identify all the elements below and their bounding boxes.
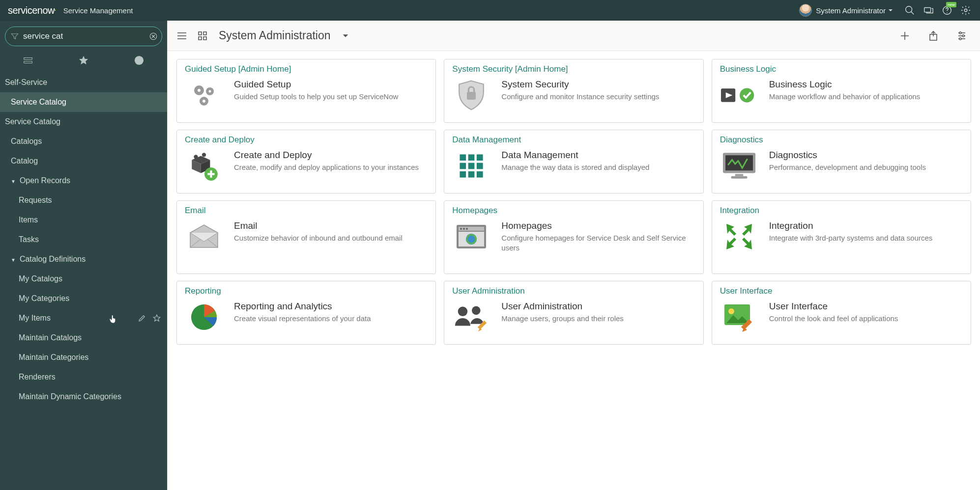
nav-item[interactable]: Catalog Definitions [0, 249, 167, 269]
card-header-link[interactable]: User Administration [452, 286, 695, 296]
favorite-star-icon[interactable] [152, 314, 161, 323]
nav-item[interactable]: Catalogs [0, 132, 167, 151]
nav-item[interactable]: Service Catalog [0, 92, 167, 112]
nav-item-label: Renderers [19, 373, 56, 381]
list-view-icon[interactable] [174, 28, 189, 43]
svg-rect-2 [924, 8, 931, 12]
svg-point-54 [463, 228, 465, 230]
homepage-card[interactable]: EmailEmailCustomize behavior of inbound … [176, 200, 436, 274]
nav-item[interactable]: Maintain Dynamic Categories [0, 387, 167, 407]
card-header-link[interactable]: Reporting [185, 286, 428, 296]
svg-point-35 [194, 155, 198, 159]
user-menu-caret-icon[interactable] [888, 7, 894, 13]
svg-rect-40 [477, 154, 483, 161]
nav-item-label: Requests [19, 196, 52, 204]
filter-input-wrap[interactable] [5, 27, 162, 46]
all-apps-tab-icon[interactable] [16, 55, 40, 66]
svg-point-53 [460, 228, 462, 230]
card-header-link[interactable]: Email [185, 206, 428, 216]
card-title: User Administration [501, 301, 623, 312]
card-description: Customize behavior of inbound and outbou… [234, 233, 403, 243]
svg-point-29 [209, 90, 211, 93]
card-title: Create and Deploy [234, 150, 419, 161]
card-header-link[interactable]: Integration [720, 206, 963, 216]
configure-icon[interactable] [954, 28, 969, 43]
nav-item[interactable]: Catalog [0, 151, 167, 171]
favorites-tab-icon[interactable] [71, 55, 96, 66]
svg-point-24 [962, 35, 964, 37]
nav-item[interactable]: Tasks [0, 230, 167, 249]
messages-icon[interactable] [919, 1, 938, 20]
help-icon[interactable]: new [938, 1, 956, 20]
card-description: Control the look and feel of application… [769, 314, 898, 324]
nav-item[interactable]: Service Catalog [0, 112, 167, 132]
nav-item[interactable]: My Catalogs [0, 269, 167, 289]
brand-logo[interactable]: servicenow. [8, 4, 58, 17]
nav-item[interactable]: My Items [0, 308, 167, 328]
clear-filter-icon[interactable] [149, 32, 158, 41]
nav-item[interactable]: My Categories [0, 289, 167, 308]
global-search-icon[interactable] [900, 1, 919, 20]
card-icon [185, 149, 223, 183]
edit-icon[interactable] [138, 314, 146, 323]
nav-tabs [0, 50, 167, 73]
nav-item-label: Open Records [20, 176, 70, 185]
add-widget-icon[interactable] [897, 28, 912, 43]
nav-item-label: Tasks [19, 235, 39, 244]
history-tab-icon[interactable] [127, 55, 151, 66]
page-title: System Administration [219, 29, 331, 42]
nav-item[interactable]: Maintain Catalogs [0, 328, 167, 348]
main-content: System Administration Guided Setup [Admi… [167, 21, 980, 490]
nav-item[interactable]: Requests [0, 191, 167, 210]
app-name: Service Management [63, 6, 133, 15]
homepage-card[interactable]: Guided Setup [Admin Home]Guided SetupGui… [176, 59, 436, 123]
card-description: Integrate with 3rd-party systems and dat… [769, 233, 933, 243]
grid-view-icon[interactable] [195, 28, 210, 43]
homepage-card[interactable]: User InterfaceUser InterfaceControl the … [712, 281, 971, 345]
share-icon[interactable] [926, 28, 941, 43]
svg-point-55 [466, 228, 468, 230]
card-header-link[interactable]: Diagnostics [720, 135, 963, 145]
card-icon [720, 78, 758, 112]
nav-item[interactable]: Maintain Categories [0, 348, 167, 367]
nav-item[interactable]: Open Records [0, 171, 167, 191]
svg-rect-39 [468, 154, 475, 161]
cursor-hand-icon [108, 314, 118, 324]
settings-gear-icon[interactable] [956, 1, 975, 20]
homepage-card[interactable]: HomepagesHomepagesConfigure homepages fo… [444, 200, 703, 274]
svg-rect-13 [199, 32, 202, 35]
homepage-card[interactable]: ReportingReporting and AnalyticsCreate v… [176, 281, 436, 345]
homepage-card[interactable]: Data ManagementData ManagementManage the… [444, 130, 703, 193]
avatar[interactable] [799, 4, 812, 17]
nav-item-label: Self-Service [5, 78, 47, 86]
card-header-link[interactable]: User Interface [720, 286, 963, 296]
homepage-card[interactable]: System Security [Admin Home]System Secur… [444, 59, 703, 123]
card-header-link[interactable]: Guided Setup [Admin Home] [185, 64, 428, 74]
homepage-card[interactable]: User AdministrationUser AdministrationMa… [444, 281, 703, 345]
svg-rect-41 [460, 163, 466, 169]
card-header-link[interactable]: Data Management [452, 135, 695, 145]
svg-point-0 [906, 6, 912, 13]
filter-input[interactable] [23, 31, 145, 41]
svg-rect-8 [24, 61, 32, 63]
nav-item[interactable]: Self-Service [0, 73, 167, 92]
nav-item[interactable]: Items [0, 210, 167, 230]
card-header-link[interactable]: Business Logic [720, 64, 963, 74]
svg-point-31 [202, 100, 205, 103]
card-icon [185, 78, 223, 112]
svg-rect-16 [203, 37, 206, 40]
page-dropdown-icon[interactable] [342, 32, 349, 40]
nav-item[interactable]: Renderers [0, 367, 167, 387]
homepage-card[interactable]: IntegrationIntegrationIntegrate with 3rd… [712, 200, 971, 274]
homepage-card[interactable]: Business LogicBusiness LogicManage workf… [712, 59, 971, 123]
card-icon [185, 219, 223, 254]
user-name[interactable]: System Administrator [816, 6, 886, 15]
help-badge: new [946, 2, 956, 7]
nav-item-label: Maintain Categories [19, 353, 88, 361]
card-header-link[interactable]: Homepages [452, 206, 695, 216]
homepage-card[interactable]: Create and DeployCreate and DeployCreate… [176, 130, 436, 193]
svg-rect-50 [731, 176, 747, 179]
card-header-link[interactable]: Create and Deploy [185, 135, 428, 145]
card-header-link[interactable]: System Security [Admin Home] [452, 64, 695, 74]
homepage-card[interactable]: DiagnosticsDiagnosticsPerformance, devel… [712, 130, 971, 193]
